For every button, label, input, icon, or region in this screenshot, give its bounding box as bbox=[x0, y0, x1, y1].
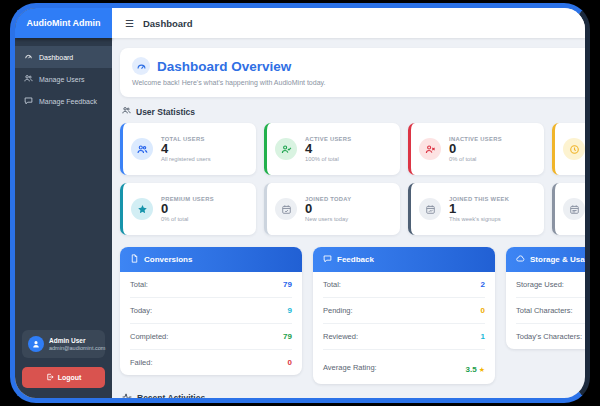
stat-value: 4 bbox=[305, 142, 351, 157]
stat-value: 1 bbox=[449, 202, 509, 217]
conversions-panel-header: Conversions bbox=[120, 247, 302, 272]
admin-user-email: admin@audiomint.com bbox=[49, 345, 105, 351]
calendar-chart-icon bbox=[419, 198, 441, 220]
stat-card-inactive-users: Inactive Users 0 0% of total bbox=[408, 123, 544, 175]
user-statistics-header: User Statistics bbox=[122, 106, 585, 117]
panel-row: Total:2 bbox=[323, 272, 485, 298]
stat-card-premium-users: Premium Users 0 0% of total bbox=[120, 183, 256, 235]
welcome-text: Welcome back! Here's what's happening wi… bbox=[132, 79, 585, 86]
app-window: AudioMint Admin Dashboard Manage Users M… bbox=[10, 3, 590, 403]
star-icon bbox=[131, 198, 153, 220]
app-title: AudioMint Admin bbox=[15, 8, 112, 38]
user-x-icon bbox=[419, 138, 441, 160]
stat-value: 0 bbox=[161, 202, 214, 217]
stat-value: 4 bbox=[161, 142, 211, 157]
panel-row: Pending:0 bbox=[323, 298, 485, 324]
sidebar-item-label: Manage Users bbox=[39, 76, 85, 83]
menu-icon[interactable]: ☰ bbox=[125, 18, 134, 29]
sidebar: AudioMint Admin Dashboard Manage Users M… bbox=[15, 8, 112, 398]
sidebar-nav: Dashboard Manage Users Manage Feedback bbox=[15, 46, 112, 112]
panel-row: Total Characters: bbox=[516, 298, 585, 324]
page-title: Dashboard Overview bbox=[157, 59, 291, 74]
panel-row: Completed:79 bbox=[130, 324, 292, 350]
feedback-panel-header: Feedback bbox=[313, 247, 495, 272]
topbar-title: Dashboard bbox=[143, 18, 193, 29]
storage-panel-header: Storage & Usage bbox=[506, 247, 585, 272]
user-check-icon bbox=[275, 138, 297, 160]
stat-card-joined-today: Joined Today 0 New users today bbox=[264, 183, 400, 235]
users-icon bbox=[122, 106, 131, 117]
logout-label: Logout bbox=[58, 374, 82, 381]
sidebar-item-label: Manage Feedback bbox=[39, 98, 97, 105]
logout-button[interactable]: Logout bbox=[22, 367, 105, 388]
stat-card-active-users: Active Users 4 100% of total bbox=[264, 123, 400, 175]
users-icon bbox=[24, 74, 33, 84]
sidebar-item-dashboard[interactable]: Dashboard bbox=[15, 46, 112, 68]
panel-row: Today's Characters: bbox=[516, 324, 585, 349]
logout-icon bbox=[46, 373, 54, 382]
activity-pulse-icon bbox=[122, 392, 132, 398]
main-area: ☰ Dashboard Dashboard Overview Welcome b… bbox=[112, 8, 585, 398]
file-icon bbox=[130, 254, 139, 265]
gauge-icon bbox=[24, 52, 33, 62]
feedback-panel: Feedback Total:2 Pending:0 Reviewed:1 Av… bbox=[313, 247, 495, 384]
stat-card-joined-this-week: Joined This Week 1 This week's signups bbox=[408, 183, 544, 235]
overview-card: Dashboard Overview Welcome back! Here's … bbox=[120, 48, 585, 97]
dashboard-content: Dashboard Overview Welcome back! Here's … bbox=[112, 38, 585, 398]
panel-row: Average Rating:3.5★ bbox=[323, 350, 485, 384]
stat-card-clipped-1: 4 bbox=[552, 123, 585, 175]
sidebar-footer: Admin User admin@audiomint.com Logout bbox=[15, 322, 112, 398]
cloud-icon bbox=[516, 254, 525, 265]
admin-user-name: Admin User bbox=[49, 337, 105, 344]
conversions-panel: Conversions Total:79 Today:9 Completed:7… bbox=[120, 247, 302, 375]
clock-icon bbox=[563, 138, 585, 160]
recent-activities-header: Recent Activities bbox=[122, 392, 585, 398]
topbar: ☰ Dashboard bbox=[112, 8, 585, 38]
feedback-icon bbox=[24, 96, 33, 106]
summary-panels: Conversions Total:79 Today:9 Completed:7… bbox=[120, 247, 585, 384]
panel-row: Failed:0 bbox=[130, 350, 292, 375]
calendar-check-icon bbox=[275, 198, 297, 220]
gauge-icon bbox=[132, 57, 150, 75]
stat-card-total-users: Total Users 4 All registered users bbox=[120, 123, 256, 175]
admin-user-card: Admin User admin@audiomint.com bbox=[22, 330, 105, 358]
users-icon bbox=[131, 138, 153, 160]
storage-usage-panel: Storage & Usage Storage Used: Total Char… bbox=[506, 247, 585, 349]
panel-row: Storage Used: bbox=[516, 272, 585, 298]
stat-card-clipped-2: 1 bbox=[552, 183, 585, 235]
stat-cards-grid: Total Users 4 All registered users Activ… bbox=[120, 123, 585, 235]
panel-row: Reviewed:1 bbox=[323, 324, 485, 350]
avatar-icon bbox=[28, 336, 44, 352]
stat-value: 0 bbox=[305, 202, 351, 217]
panel-row: Total:79 bbox=[130, 272, 292, 298]
stat-value: 0 bbox=[449, 142, 502, 157]
star-icon: ★ bbox=[479, 366, 485, 373]
feedback-icon bbox=[323, 254, 332, 265]
sidebar-item-label: Dashboard bbox=[39, 54, 73, 61]
calendar-icon bbox=[563, 198, 585, 220]
panel-row: Today:9 bbox=[130, 298, 292, 324]
sidebar-item-manage-feedback[interactable]: Manage Feedback bbox=[15, 90, 112, 112]
sidebar-item-manage-users[interactable]: Manage Users bbox=[15, 68, 112, 90]
